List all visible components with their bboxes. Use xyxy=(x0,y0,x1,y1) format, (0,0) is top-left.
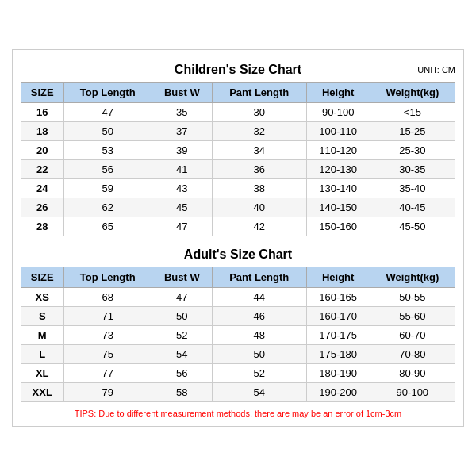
data-cell: 175-180 xyxy=(306,345,370,364)
data-cell: 30 xyxy=(212,103,306,122)
data-cell: 80-90 xyxy=(370,364,455,383)
data-cell: 35 xyxy=(152,103,212,122)
col-pant-length-header: Pant Length xyxy=(212,83,306,103)
data-cell: 68 xyxy=(63,288,152,307)
data-cell: 71 xyxy=(63,307,152,326)
data-cell: 37 xyxy=(152,122,212,141)
adult-title-text: Adult's Size Chart xyxy=(184,248,292,261)
size-col: 22 xyxy=(21,160,64,179)
data-cell: 160-170 xyxy=(306,307,370,326)
data-cell: 34 xyxy=(212,141,306,160)
table-row: XL775652180-19080-90 xyxy=(21,364,455,383)
data-cell: 150-160 xyxy=(306,217,370,236)
adult-col-top-length-header: Top Length xyxy=(63,267,152,288)
col-weight-header: Weight(kg) xyxy=(370,83,455,103)
data-cell: 42 xyxy=(212,217,306,236)
size-col: XS xyxy=(21,288,64,307)
data-cell: 41 xyxy=(152,160,212,179)
data-cell: 47 xyxy=(152,288,212,307)
table-row: M735248170-17560-70 xyxy=(21,326,455,345)
size-col: L xyxy=(21,345,64,364)
data-cell: 47 xyxy=(63,103,152,122)
table-row: 22564136120-13030-35 xyxy=(21,160,455,179)
data-cell: 38 xyxy=(212,179,306,198)
col-height-header: Height xyxy=(306,83,370,103)
col-bust-w-header: Bust W xyxy=(152,83,212,103)
data-cell: 39 xyxy=(152,141,212,160)
data-cell: 75 xyxy=(63,345,152,364)
adult-col-weight-header: Weight(kg) xyxy=(370,267,455,288)
table-row: 28654742150-16045-50 xyxy=(21,217,455,236)
data-cell: 130-140 xyxy=(306,179,370,198)
table-row: L755450175-18070-80 xyxy=(21,345,455,364)
data-cell: 43 xyxy=(152,179,212,198)
data-cell: 56 xyxy=(152,364,212,383)
children-title: Children's Size Chart UNIT: CM xyxy=(21,58,455,82)
children-size-table: SIZE Top Length Bust W Pant Length Heigh… xyxy=(21,82,455,236)
data-cell: 36 xyxy=(212,160,306,179)
data-cell: 60-70 xyxy=(370,326,455,345)
col-size-header: SIZE xyxy=(21,83,64,103)
data-cell: 90-100 xyxy=(306,103,370,122)
adult-size-table: SIZE Top Length Bust W Pant Length Heigh… xyxy=(21,267,455,402)
data-cell: 160-165 xyxy=(306,288,370,307)
data-cell: 35-40 xyxy=(370,179,455,198)
data-cell: 77 xyxy=(63,364,152,383)
size-chart-container: Children's Size Chart UNIT: CM SIZE Top … xyxy=(12,49,464,427)
size-col: 16 xyxy=(21,103,64,122)
size-col: 28 xyxy=(21,217,64,236)
data-cell: 62 xyxy=(63,198,152,217)
table-row: XS684744160-16550-55 xyxy=(21,288,455,307)
table-row: S715046160-17055-60 xyxy=(21,307,455,326)
data-cell: 25-30 xyxy=(370,141,455,160)
table-row: 20533934110-12025-30 xyxy=(21,141,455,160)
table-row: 24594338130-14035-40 xyxy=(21,179,455,198)
table-row: 18503732100-11015-25 xyxy=(21,122,455,141)
size-col: 26 xyxy=(21,198,64,217)
data-cell: 90-100 xyxy=(370,383,455,402)
data-cell: 79 xyxy=(63,383,152,402)
data-cell: 59 xyxy=(63,179,152,198)
adult-col-size-header: SIZE xyxy=(21,267,64,288)
data-cell: 50 xyxy=(63,122,152,141)
data-cell: 32 xyxy=(212,122,306,141)
size-col: XL xyxy=(21,364,64,383)
unit-label: UNIT: CM xyxy=(417,65,455,75)
data-cell: 190-200 xyxy=(306,383,370,402)
data-cell: 120-130 xyxy=(306,160,370,179)
adult-header-row: SIZE Top Length Bust W Pant Length Heigh… xyxy=(21,267,455,288)
size-col: S xyxy=(21,307,64,326)
data-cell: 65 xyxy=(63,217,152,236)
data-cell: 52 xyxy=(152,326,212,345)
children-header-row: SIZE Top Length Bust W Pant Length Heigh… xyxy=(21,83,455,103)
data-cell: 56 xyxy=(63,160,152,179)
data-cell: 50 xyxy=(212,345,306,364)
data-cell: 170-175 xyxy=(306,326,370,345)
data-cell: 45 xyxy=(152,198,212,217)
data-cell: 45-50 xyxy=(370,217,455,236)
data-cell: 50 xyxy=(152,307,212,326)
data-cell: 47 xyxy=(152,217,212,236)
size-col: 20 xyxy=(21,141,64,160)
data-cell: 53 xyxy=(63,141,152,160)
data-cell: 58 xyxy=(152,383,212,402)
adult-col-pant-length-header: Pant Length xyxy=(212,267,306,288)
table-row: 1647353090-100<15 xyxy=(21,103,455,122)
size-col: 18 xyxy=(21,122,64,141)
data-cell: 140-150 xyxy=(306,198,370,217)
data-cell: 54 xyxy=(212,383,306,402)
data-cell: 30-35 xyxy=(370,160,455,179)
adult-col-bust-w-header: Bust W xyxy=(152,267,212,288)
size-col: XXL xyxy=(21,383,64,402)
data-cell: 73 xyxy=(63,326,152,345)
table-row: XXL795854190-20090-100 xyxy=(21,383,455,402)
col-top-length-header: Top Length xyxy=(63,83,152,103)
data-cell: 50-55 xyxy=(370,288,455,307)
table-row: 26624540140-15040-45 xyxy=(21,198,455,217)
data-cell: 44 xyxy=(212,288,306,307)
data-cell: 52 xyxy=(212,364,306,383)
data-cell: 48 xyxy=(212,326,306,345)
data-cell: 55-60 xyxy=(370,307,455,326)
data-cell: 15-25 xyxy=(370,122,455,141)
size-col: M xyxy=(21,326,64,345)
